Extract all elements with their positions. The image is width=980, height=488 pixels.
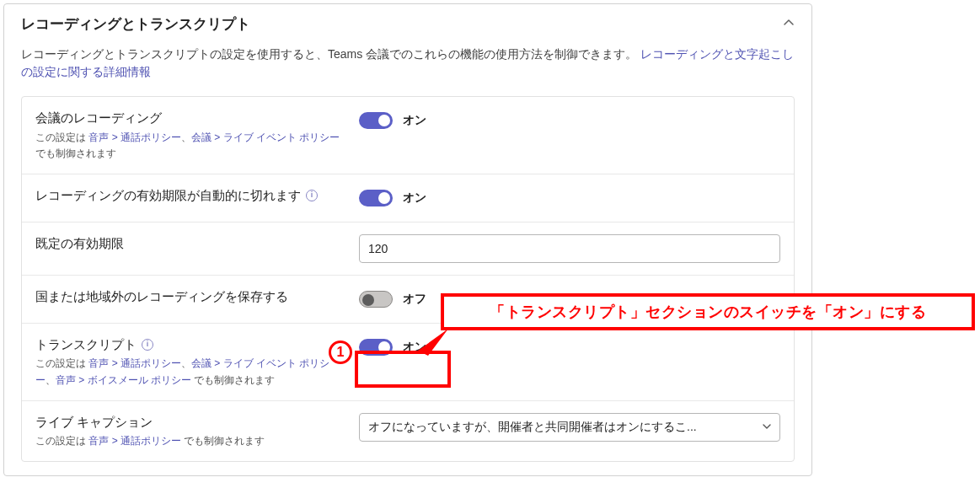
annotation-highlight [355,351,451,388]
row-subtext: この設定は 音声 > 通話ポリシー でも制御されます [35,433,349,449]
info-icon[interactable]: i [306,190,318,201]
info-icon[interactable]: i [142,339,153,351]
row-title: 会議のレコーディング [35,109,349,128]
row-auto-expire: レコーディングの有効期限が自動的に切れます i オン [22,174,794,222]
panel-description: レコーディングとトランスクリプトの設定を使用すると、Teams 会議でのこれらの… [4,42,811,96]
row-title: ライブ キャプション [35,413,349,432]
link-voicemail-policy[interactable]: 音声 > ボイスメール ポリシー [56,374,191,386]
row-title: レコーディングの有効期限が自動的に切れます i [35,186,349,206]
row-default-expiration: 既定の有効期限 [22,222,794,275]
link-live-event-policy[interactable]: 会議 > ライブ イベント ポリシー [191,131,340,143]
toggle-state-label: オン [403,190,426,206]
row-subtext: この設定は 音声 > 通話ポリシー、会議 > ライブ イベント ポリシー、音声 … [35,356,349,388]
toggle-store-outside-region[interactable] [359,291,393,308]
toggle-meeting-recording[interactable] [359,112,393,129]
toggle-auto-expire[interactable] [359,190,393,206]
recording-transcript-panel: レコーディングとトランスクリプト レコーディングとトランスクリプトの設定を使用す… [3,3,812,476]
panel-desc-text: レコーディングとトランスクリプトの設定を使用すると、Teams 会議でのこれらの… [21,47,637,61]
live-captions-select[interactable]: オフになっていますが、開催者と共同開催者はオンにするこ... [359,413,780,442]
toggle-state-label: オン [403,113,426,128]
row-meeting-recording: 会議のレコーディング この設定は 音声 > 通話ポリシー、会議 > ライブ イベ… [22,97,794,174]
row-title: 既定の有効期限 [35,234,349,254]
toggle-state-label: オフ [403,292,426,307]
link-calling-policy[interactable]: 音声 > 通話ポリシー [88,357,181,369]
link-calling-policy[interactable]: 音声 > 通話ポリシー [88,435,181,447]
panel-title: レコーディングとトランスクリプト [21,14,250,34]
row-live-captions: ライブ キャプション この設定は 音声 > 通話ポリシー でも制御されます オフ… [22,400,794,462]
chevron-up-icon [783,17,795,32]
settings-card: 会議のレコーディング この設定は 音声 > 通話ポリシー、会議 > ライブ イベ… [21,96,795,462]
panel-header[interactable]: レコーディングとトランスクリプト [4,4,811,42]
select-value: オフになっていますが、開催者と共同開催者はオンにするこ... [368,420,697,435]
chevron-down-icon [763,421,771,433]
link-calling-policy[interactable]: 音声 > 通話ポリシー [88,131,181,143]
annotation-callout: 「トランスクリプト」セクションのスイッチを「オン」にする [441,293,975,330]
default-expiration-input[interactable] [359,234,780,263]
row-title: トランスクリプト i [35,335,349,355]
row-title: 国または地域外のレコーディングを保存する [35,287,349,307]
annotation-badge: 1 [329,341,352,364]
row-subtext: この設定は 音声 > 通話ポリシー、会議 > ライブ イベント ポリシー でも制… [35,130,349,162]
